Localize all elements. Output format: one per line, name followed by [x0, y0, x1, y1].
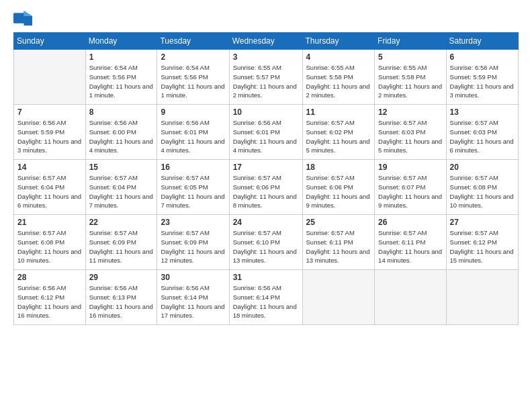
day-number: 17 [233, 163, 299, 172]
day-cell: 21Sunrise: 6:57 AMSunset: 6:08 PMDayligh… [14, 215, 86, 270]
day-number: 8 [89, 107, 154, 117]
day-info: Sunrise: 6:57 AMSunset: 6:12 PMDaylight:… [450, 228, 515, 265]
day-number: 2 [161, 52, 225, 62]
day-number: 9 [161, 107, 225, 117]
day-cell: 8Sunrise: 6:56 AMSunset: 6:00 PMDaylight… [85, 105, 157, 160]
day-cell: 19Sunrise: 6:57 AMSunset: 6:07 PMDayligh… [375, 160, 446, 215]
weekday-monday: Monday [85, 33, 157, 50]
day-cell [302, 270, 375, 325]
day-info: Sunrise: 6:56 AMSunset: 6:12 PMDaylight:… [17, 283, 82, 320]
day-info: Sunrise: 6:56 AMSunset: 6:01 PMDaylight:… [161, 118, 225, 155]
day-info: Sunrise: 6:57 AMSunset: 6:07 PMDaylight:… [378, 173, 442, 210]
day-info: Sunrise: 6:57 AMSunset: 6:10 PMDaylight:… [233, 228, 299, 265]
day-info: Sunrise: 6:57 AMSunset: 6:08 PMDaylight:… [17, 228, 82, 265]
day-cell: 16Sunrise: 6:57 AMSunset: 6:05 PMDayligh… [157, 160, 229, 215]
day-cell: 2Sunrise: 6:54 AMSunset: 5:56 PMDaylight… [157, 50, 229, 105]
day-number: 31 [233, 273, 299, 282]
logo [13, 11, 35, 26]
page: SundayMondayTuesdayWednesdayThursdayFrid… [0, 0, 532, 411]
day-number: 24 [233, 218, 299, 227]
day-info: Sunrise: 6:57 AMSunset: 6:04 PMDaylight:… [89, 173, 154, 210]
day-info: Sunrise: 6:55 AMSunset: 5:57 PMDaylight:… [233, 63, 299, 100]
day-info: Sunrise: 6:57 AMSunset: 6:11 PMDaylight:… [378, 228, 442, 265]
day-info: Sunrise: 6:54 AMSunset: 5:56 PMDaylight:… [89, 63, 154, 100]
day-info: Sunrise: 6:57 AMSunset: 6:03 PMDaylight:… [450, 118, 515, 155]
day-number: 6 [450, 52, 515, 62]
day-cell: 30Sunrise: 6:56 AMSunset: 6:14 PMDayligh… [157, 270, 229, 325]
day-info: Sunrise: 6:57 AMSunset: 6:06 PMDaylight:… [306, 173, 371, 210]
day-info: Sunrise: 6:57 AMSunset: 6:02 PMDaylight:… [306, 118, 371, 155]
day-cell: 23Sunrise: 6:57 AMSunset: 6:09 PMDayligh… [157, 215, 229, 270]
day-cell [375, 270, 446, 325]
calendar-table: SundayMondayTuesdayWednesdayThursdayFrid… [13, 32, 519, 325]
week-row-3: 14Sunrise: 6:57 AMSunset: 6:04 PMDayligh… [14, 160, 519, 215]
day-info: Sunrise: 6:56 AMSunset: 6:01 PMDaylight:… [233, 118, 299, 155]
day-cell: 17Sunrise: 6:57 AMSunset: 6:06 PMDayligh… [229, 160, 302, 215]
day-cell: 22Sunrise: 6:57 AMSunset: 6:09 PMDayligh… [85, 215, 157, 270]
weekday-tuesday: Tuesday [157, 33, 229, 50]
day-number: 3 [233, 52, 299, 62]
day-number: 29 [89, 273, 154, 282]
day-number: 14 [17, 163, 82, 172]
day-info: Sunrise: 6:56 AMSunset: 6:00 PMDaylight:… [89, 118, 154, 155]
day-info: Sunrise: 6:55 AMSunset: 5:58 PMDaylight:… [378, 63, 442, 100]
weekday-thursday: Thursday [302, 33, 375, 50]
week-row-4: 21Sunrise: 6:57 AMSunset: 6:08 PMDayligh… [14, 215, 519, 270]
day-info: Sunrise: 6:57 AMSunset: 6:06 PMDaylight:… [233, 173, 299, 210]
day-number: 20 [450, 163, 515, 172]
day-number: 11 [306, 107, 371, 117]
day-number: 21 [17, 218, 82, 227]
day-number: 1 [89, 52, 154, 62]
weekday-saturday: Saturday [446, 33, 518, 50]
week-row-5: 28Sunrise: 6:56 AMSunset: 6:12 PMDayligh… [14, 270, 519, 325]
day-number: 5 [378, 52, 442, 62]
week-row-2: 7Sunrise: 6:56 AMSunset: 5:59 PMDaylight… [14, 105, 519, 160]
day-number: 22 [89, 218, 154, 227]
day-number: 15 [89, 163, 154, 172]
day-cell: 4Sunrise: 6:55 AMSunset: 5:58 PMDaylight… [302, 50, 375, 105]
day-info: Sunrise: 6:57 AMSunset: 6:08 PMDaylight:… [450, 173, 515, 210]
day-cell: 1Sunrise: 6:54 AMSunset: 5:56 PMDaylight… [85, 50, 157, 105]
day-number: 7 [17, 107, 82, 117]
day-number: 26 [378, 218, 442, 227]
day-number: 4 [306, 52, 371, 62]
day-number: 28 [17, 273, 82, 282]
day-number: 10 [233, 107, 299, 117]
day-cell: 7Sunrise: 6:56 AMSunset: 5:59 PMDaylight… [14, 105, 86, 160]
day-info: Sunrise: 6:54 AMSunset: 5:56 PMDaylight:… [161, 63, 225, 100]
day-info: Sunrise: 6:57 AMSunset: 6:11 PMDaylight:… [306, 228, 371, 265]
weekday-sunday: Sunday [14, 33, 86, 50]
day-info: Sunrise: 6:57 AMSunset: 6:05 PMDaylight:… [161, 173, 225, 210]
day-cell: 10Sunrise: 6:56 AMSunset: 6:01 PMDayligh… [229, 105, 302, 160]
day-cell: 3Sunrise: 6:55 AMSunset: 5:57 PMDaylight… [229, 50, 302, 105]
day-info: Sunrise: 6:57 AMSunset: 6:09 PMDaylight:… [161, 228, 225, 265]
day-number: 27 [450, 218, 515, 227]
day-cell: 5Sunrise: 6:55 AMSunset: 5:58 PMDaylight… [375, 50, 446, 105]
day-number: 23 [161, 218, 225, 227]
day-number: 30 [161, 273, 225, 282]
day-info: Sunrise: 6:56 AMSunset: 5:59 PMDaylight:… [17, 118, 82, 155]
day-cell: 29Sunrise: 6:56 AMSunset: 6:13 PMDayligh… [85, 270, 157, 325]
week-row-1: 1Sunrise: 6:54 AMSunset: 5:56 PMDaylight… [14, 50, 519, 105]
day-number: 19 [378, 163, 442, 172]
day-cell: 14Sunrise: 6:57 AMSunset: 6:04 PMDayligh… [14, 160, 86, 215]
weekday-header-row: SundayMondayTuesdayWednesdayThursdayFrid… [14, 33, 519, 50]
day-cell: 12Sunrise: 6:57 AMSunset: 6:03 PMDayligh… [375, 105, 446, 160]
day-info: Sunrise: 6:57 AMSunset: 6:09 PMDaylight:… [89, 228, 154, 265]
weekday-wednesday: Wednesday [229, 33, 302, 50]
weekday-friday: Friday [375, 33, 446, 50]
day-number: 18 [306, 163, 371, 172]
day-cell [14, 50, 86, 105]
day-cell: 18Sunrise: 6:57 AMSunset: 6:06 PMDayligh… [302, 160, 375, 215]
day-number: 16 [161, 163, 225, 172]
day-cell: 20Sunrise: 6:57 AMSunset: 6:08 PMDayligh… [446, 160, 518, 215]
day-number: 12 [378, 107, 442, 117]
day-cell: 9Sunrise: 6:56 AMSunset: 6:01 PMDaylight… [157, 105, 229, 160]
day-info: Sunrise: 6:55 AMSunset: 5:58 PMDaylight:… [306, 63, 371, 100]
day-number: 25 [306, 218, 371, 227]
day-info: Sunrise: 6:56 AMSunset: 6:14 PMDaylight:… [161, 283, 225, 320]
day-info: Sunrise: 6:57 AMSunset: 6:03 PMDaylight:… [378, 118, 442, 155]
logo-icon [13, 11, 32, 26]
day-info: Sunrise: 6:56 AMSunset: 6:14 PMDaylight:… [233, 283, 299, 320]
day-info: Sunrise: 6:57 AMSunset: 6:04 PMDaylight:… [17, 173, 82, 210]
